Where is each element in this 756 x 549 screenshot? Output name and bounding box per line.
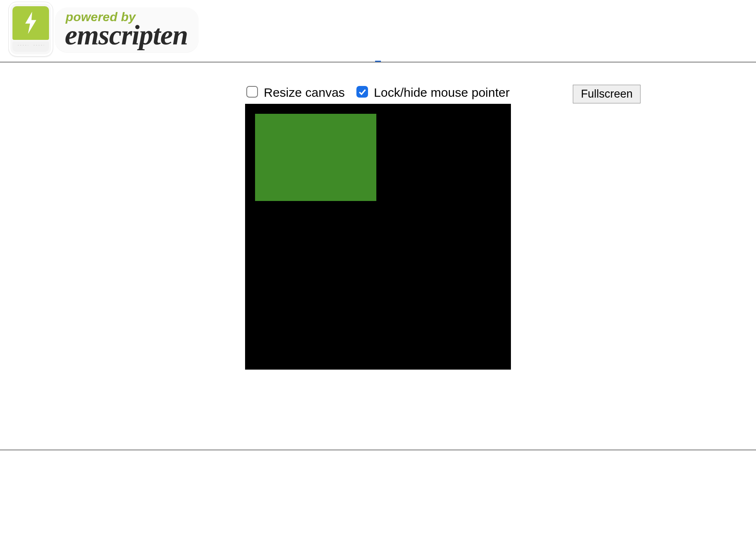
pointer-lock-label[interactable]: Lock/hide mouse pointer: [374, 86, 510, 100]
header: powered by emscripten: [0, 0, 756, 58]
emscripten-wordmark: powered by emscripten: [57, 8, 195, 50]
footer-divider: [0, 450, 756, 450]
emscripten-logo-icon: [12, 6, 49, 40]
lightning-bolt-icon: [22, 11, 39, 34]
pointer-lock-checkbox[interactable]: [356, 86, 368, 98]
emscripten-logo-tile: [8, 2, 53, 56]
emscripten-canvas[interactable]: [245, 104, 511, 370]
checkmark-icon: [358, 88, 366, 96]
resize-canvas-label[interactable]: Resize canvas: [264, 86, 345, 100]
fullscreen-button[interactable]: Fullscreen: [573, 85, 641, 103]
canvas-green-rect: [255, 114, 376, 201]
canvas-options: Resize canvas Lock/hide mouse pointer: [246, 86, 510, 100]
emscripten-name: emscripten: [65, 21, 188, 49]
canvas-stage: [0, 104, 756, 370]
controls-row: Resize canvas Lock/hide mouse pointer Fu…: [115, 86, 641, 100]
emscripten-logo-base: [12, 42, 49, 52]
resize-canvas-checkbox[interactable]: [246, 86, 258, 98]
header-divider: [0, 62, 756, 62]
